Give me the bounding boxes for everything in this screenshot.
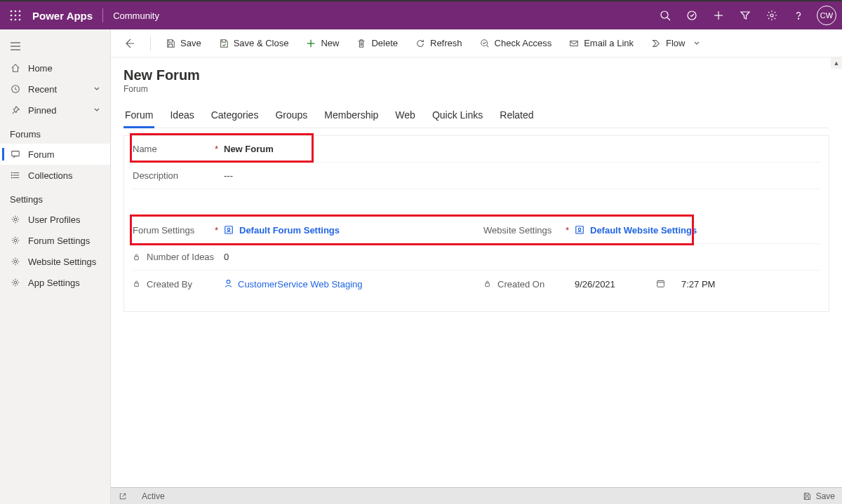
environment-name[interactable]: Community bbox=[113, 11, 159, 21]
tab-membership[interactable]: Membership bbox=[323, 105, 380, 128]
svg-rect-43 bbox=[486, 283, 490, 287]
created-on-date: 9/26/2021 bbox=[575, 279, 652, 290]
flow-label: Flow bbox=[666, 38, 685, 48]
svg-rect-38 bbox=[576, 226, 584, 233]
check-access-label: Check Access bbox=[495, 38, 552, 48]
nav-forum-settings[interactable]: Forum Settings bbox=[0, 230, 110, 251]
hamburger-icon[interactable] bbox=[0, 35, 110, 57]
required-indicator: * bbox=[215, 144, 218, 154]
nav-pinned-label: Pinned bbox=[28, 105, 56, 116]
gear-icon[interactable] bbox=[759, 3, 784, 28]
svg-line-10 bbox=[667, 18, 670, 20]
lock-icon bbox=[133, 280, 141, 288]
new-button[interactable]: New bbox=[298, 34, 346, 53]
svg-point-37 bbox=[227, 228, 230, 231]
tab-web[interactable]: Web bbox=[394, 105, 417, 128]
svg-point-3 bbox=[11, 15, 13, 17]
flow-icon bbox=[650, 38, 662, 49]
calendar-icon bbox=[656, 279, 666, 289]
name-field[interactable]: New Forum bbox=[224, 144, 820, 154]
filter-icon[interactable] bbox=[733, 3, 758, 28]
delete-button[interactable]: Delete bbox=[349, 34, 405, 53]
nav-forum[interactable]: Forum bbox=[0, 144, 110, 165]
email-icon bbox=[568, 38, 580, 49]
new-label: New bbox=[321, 38, 339, 48]
cmd-divider bbox=[150, 36, 151, 50]
task-icon[interactable] bbox=[679, 3, 704, 28]
header-divider bbox=[102, 8, 103, 22]
clock-icon bbox=[10, 83, 21, 95]
app-name: Power Apps bbox=[32, 10, 93, 22]
tab-groups[interactable]: Groups bbox=[274, 105, 309, 128]
add-icon[interactable] bbox=[706, 3, 731, 28]
svg-point-14 bbox=[770, 14, 773, 17]
forum-settings-label: Forum Settings bbox=[133, 225, 194, 236]
forum-settings-field[interactable]: Default Forum Settings bbox=[224, 225, 469, 236]
popout-icon[interactable] bbox=[118, 491, 128, 501]
nav-user-profiles[interactable]: User Profiles bbox=[0, 209, 110, 230]
tab-categories[interactable]: Categories bbox=[210, 105, 260, 128]
created-by-value: CustomerService Web Staging bbox=[238, 279, 363, 290]
nav-website-settings[interactable]: Website Settings bbox=[0, 251, 110, 272]
svg-point-24 bbox=[11, 172, 12, 173]
tab-forum[interactable]: Forum bbox=[123, 105, 154, 128]
app-launcher-icon[interactable] bbox=[6, 6, 25, 25]
help-icon[interactable] bbox=[786, 3, 811, 28]
description-field[interactable]: --- bbox=[224, 170, 820, 181]
back-button[interactable] bbox=[118, 34, 140, 53]
save-close-button[interactable]: Save & Close bbox=[211, 34, 296, 53]
nav-pinned[interactable]: Pinned bbox=[0, 100, 110, 121]
plus-icon bbox=[305, 38, 316, 49]
tab-quick-links[interactable]: Quick Links bbox=[431, 105, 484, 128]
nav-section-settings: Settings bbox=[0, 186, 110, 209]
svg-point-11 bbox=[688, 11, 696, 20]
nav-collections-label: Collections bbox=[28, 170, 73, 181]
page-subtitle: Forum bbox=[123, 84, 829, 94]
nav-recent[interactable]: Recent bbox=[0, 79, 110, 100]
forum-icon bbox=[10, 149, 21, 160]
refresh-button[interactable]: Refresh bbox=[408, 34, 469, 53]
avatar[interactable]: CW bbox=[817, 6, 836, 25]
svg-rect-40 bbox=[135, 256, 139, 259]
email-link-button[interactable]: Email a Link bbox=[561, 34, 641, 53]
chevron-down-icon bbox=[93, 107, 100, 114]
tab-related[interactable]: Related bbox=[498, 105, 535, 128]
left-nav: Home Recent Pinned Forums Forum Collecti… bbox=[0, 29, 111, 504]
home-icon bbox=[10, 62, 21, 74]
required-indicator: * bbox=[215, 225, 218, 236]
svg-point-4 bbox=[15, 15, 17, 17]
nav-home[interactable]: Home bbox=[0, 57, 110, 79]
chevron-down-icon bbox=[693, 40, 700, 47]
save-close-icon bbox=[218, 38, 229, 49]
flow-button[interactable]: Flow bbox=[643, 34, 707, 53]
svg-point-0 bbox=[11, 11, 13, 13]
field-description-row: Description --- bbox=[133, 163, 820, 189]
main-area: Save Save & Close New Delete Refresh Che… bbox=[111, 29, 842, 504]
created-on-label: Created On bbox=[497, 279, 544, 290]
svg-rect-44 bbox=[657, 280, 664, 287]
status-save-button[interactable]: Save bbox=[802, 491, 835, 501]
website-settings-field[interactable]: Default Website Settings bbox=[575, 225, 820, 236]
lookup-icon bbox=[224, 225, 235, 236]
forum-settings-value: Default Forum Settings bbox=[239, 225, 340, 236]
nav-collections[interactable]: Collections bbox=[0, 165, 110, 186]
section-gap bbox=[133, 189, 820, 217]
field-created-row: Created By CustomerService Web Staging C… bbox=[133, 271, 820, 297]
nav-forum-label: Forum bbox=[28, 149, 55, 160]
number-ideas-label: Number of Ideas bbox=[147, 252, 214, 262]
field-number-ideas-row: Number of Ideas 0 bbox=[133, 244, 820, 271]
save-icon bbox=[802, 491, 812, 501]
search-icon[interactable] bbox=[653, 3, 678, 28]
nav-app-settings[interactable]: App Settings bbox=[0, 272, 110, 293]
gear-icon bbox=[10, 235, 21, 246]
check-access-button[interactable]: Check Access bbox=[472, 34, 559, 53]
created-on-time: 7:27 PM bbox=[681, 279, 715, 290]
save-button[interactable]: Save bbox=[158, 34, 208, 53]
created-by-field[interactable]: CustomerService Web Staging bbox=[224, 279, 469, 290]
scroll-up-icon[interactable]: ▲ bbox=[831, 57, 842, 69]
svg-point-42 bbox=[227, 280, 230, 284]
tab-ideas[interactable]: Ideas bbox=[168, 105, 195, 128]
refresh-icon bbox=[415, 38, 426, 49]
tab-bar: Forum Ideas Categories Groups Membership… bbox=[123, 105, 829, 128]
form-card: Name * New Forum Description --- bbox=[123, 135, 829, 312]
